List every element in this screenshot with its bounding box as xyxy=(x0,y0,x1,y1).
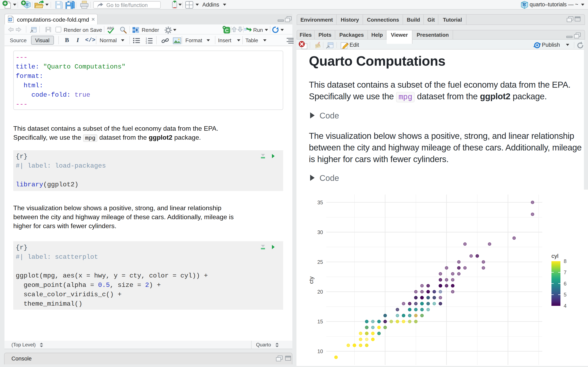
svg-text:20: 20 xyxy=(317,289,323,295)
svg-text:10: 10 xyxy=(317,349,323,354)
svg-text:cyl: cyl xyxy=(552,253,558,259)
svg-text:6: 6 xyxy=(564,281,567,286)
svg-text:35: 35 xyxy=(317,200,323,205)
svg-text:8: 8 xyxy=(564,258,567,264)
svg-text:C: C xyxy=(225,28,228,33)
svg-text:7: 7 xyxy=(564,269,567,275)
svg-text:R: R xyxy=(26,2,29,7)
svg-text:25: 25 xyxy=(317,259,323,265)
svg-text:30: 30 xyxy=(317,229,323,235)
svg-text:3: 3 xyxy=(146,42,147,44)
svg-text:cty: cty xyxy=(308,276,314,284)
svg-text:R: R xyxy=(522,1,526,7)
svg-text:5: 5 xyxy=(564,292,567,298)
svg-text:15: 15 xyxy=(317,319,323,324)
svg-text:4: 4 xyxy=(564,303,567,309)
